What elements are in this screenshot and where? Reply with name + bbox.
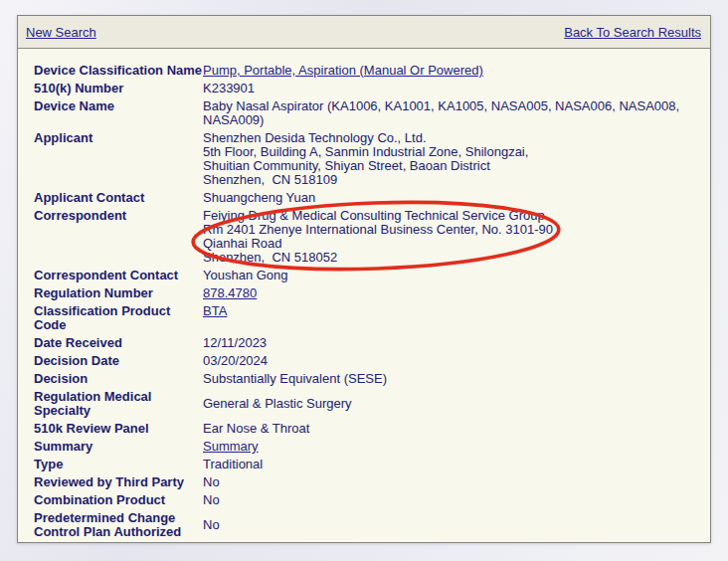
label-reviewed-by-third-party: Reviewed by Third Party xyxy=(34,475,203,489)
row-510k-review-panel: 510k Review PanelEar Nose & Throat xyxy=(34,420,702,438)
row-applicant: ApplicantShenzhen Desida Technology Co.,… xyxy=(34,129,702,189)
label-regulation-number: Regulation Number xyxy=(34,286,203,300)
row-correspondent-contact: Correspondent ContactYoushan Gong xyxy=(34,267,702,284)
row-510k-number: 510(k) NumberK233901 xyxy=(34,80,702,97)
value-applicant-contact: Shuangcheng Yuan xyxy=(203,191,315,205)
label-decision-date: Decision Date xyxy=(34,354,203,368)
row-decision: DecisionSubstantially Equivalent (SESE) xyxy=(34,370,702,388)
row-reviewed-by-third-party: Reviewed by Third PartyNo xyxy=(34,473,702,491)
value-applicant: Shenzhen Desida Technology Co., Ltd. 5th… xyxy=(203,131,528,187)
value-summary: Summary xyxy=(203,440,259,454)
value-decision: Substantially Equivalent (SESE) xyxy=(203,372,387,386)
topbar: New Search Back To Search Results xyxy=(18,16,710,49)
value-combination-product: No xyxy=(203,493,220,507)
device-classification-name-link[interactable]: Pump, Portable, Aspiration (Manual Or Po… xyxy=(203,63,483,78)
label-regulation-medical-specialty: Regulation Medical Specialty xyxy=(34,390,203,418)
label-decision: Decision xyxy=(34,372,203,386)
row-decision-date: Decision Date03/20/2024 xyxy=(34,352,702,370)
label-date-received: Date Received xyxy=(34,336,203,350)
row-predetermined-change-control-plan-authorized: Predetermined Change Control Plan Author… xyxy=(34,509,702,541)
label-applicant-contact: Applicant Contact xyxy=(34,191,203,205)
value-reviewed-by-third-party: No xyxy=(203,475,220,489)
new-search-link[interactable]: New Search xyxy=(26,25,96,40)
value-510k-review-panel: Ear Nose & Throat xyxy=(203,422,309,436)
value-decision-date: 03/20/2024 xyxy=(203,354,268,368)
row-regulation-medical-specialty: Regulation Medical SpecialtyGeneral & Pl… xyxy=(34,388,702,420)
row-correspondent: CorrespondentFeiying Drug & Medical Cons… xyxy=(34,207,702,267)
label-summary: Summary xyxy=(34,440,203,454)
value-regulation-medical-specialty: General & Plastic Surgery xyxy=(203,397,352,411)
value-device-name: Baby Nasal Aspirator (KA1006, KA1001, KA… xyxy=(203,99,679,127)
row-date-received: Date Received12/11/2023 xyxy=(34,334,702,352)
row-device-name: Device NameBaby Nasal Aspirator (KA1006,… xyxy=(34,97,702,129)
regulation-number-link[interactable]: 878.4780 xyxy=(203,285,257,300)
label-510k-review-panel: 510k Review Panel xyxy=(34,422,203,436)
value-date-received: 12/11/2023 xyxy=(203,336,267,350)
value-regulation-number: 878.4780 xyxy=(203,286,257,300)
label-predetermined-change-control-plan-authorized: Predetermined Change Control Plan Author… xyxy=(34,511,203,539)
label-device-name: Device Name xyxy=(34,99,203,113)
row-type: TypeTraditional xyxy=(34,456,702,473)
value-type: Traditional xyxy=(203,458,263,471)
row-classification-product-code: Classification Product CodeBTA xyxy=(34,302,702,334)
value-predetermined-change-control-plan-authorized: No xyxy=(203,518,220,532)
summary-link[interactable]: Summary xyxy=(203,439,259,454)
row-combination-product: Combination ProductNo xyxy=(34,491,702,509)
value-classification-product-code: BTA xyxy=(203,304,227,318)
classification-product-code-link[interactable]: BTA xyxy=(203,303,227,318)
detail-panel: New Search Back To Search Results Device… xyxy=(17,15,711,543)
label-classification-product-code: Classification Product Code xyxy=(34,304,203,332)
page-background: New Search Back To Search Results Device… xyxy=(0,0,728,561)
label-correspondent-contact: Correspondent Contact xyxy=(34,269,203,282)
back-to-search-results-link[interactable]: Back To Search Results xyxy=(564,25,701,40)
label-combination-product: Combination Product xyxy=(34,493,203,507)
label-type: Type xyxy=(34,458,203,471)
row-regulation-number: Regulation Number878.4780 xyxy=(34,284,702,302)
value-510k-number: K233901 xyxy=(203,82,255,95)
detail-table: Device Classification NamePump, Portable… xyxy=(18,49,710,541)
row-summary: SummarySummary xyxy=(34,438,702,456)
value-correspondent: Feiying Drug & Medical Consulting Techni… xyxy=(203,209,553,265)
label-device-classification-name: Device Classification Name xyxy=(34,64,203,78)
value-correspondent-contact: Youshan Gong xyxy=(203,269,288,282)
label-correspondent: Correspondent xyxy=(34,209,203,223)
value-device-classification-name: Pump, Portable, Aspiration (Manual Or Po… xyxy=(203,64,483,78)
label-applicant: Applicant xyxy=(34,131,203,145)
label-510k-number: 510(k) Number xyxy=(34,82,203,95)
row-device-classification-name: Device Classification NamePump, Portable… xyxy=(34,62,702,80)
row-applicant-contact: Applicant ContactShuangcheng Yuan xyxy=(34,189,702,207)
